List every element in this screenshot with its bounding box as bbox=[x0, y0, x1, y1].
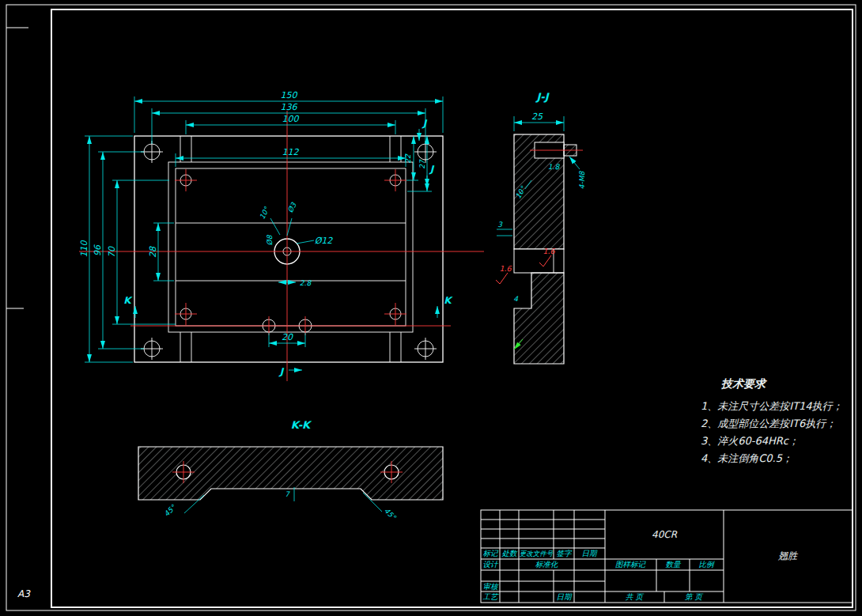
plate-outline bbox=[134, 136, 443, 362]
pocket-inner bbox=[176, 168, 406, 326]
col-date-label: 日期 bbox=[582, 549, 599, 557]
jj-groove bbox=[514, 249, 564, 273]
dim-kk-45-right: 45° bbox=[383, 507, 398, 522]
drawing-canvas[interactable]: A3 bbox=[0, 0, 862, 616]
dim-28: 28 bbox=[148, 246, 158, 258]
row-check-label: 审核 bbox=[483, 582, 500, 591]
dim-kk-7: 7 bbox=[285, 490, 290, 498]
cell-total-pages-label: 共 页 bbox=[626, 592, 645, 601]
dim-110: 110 bbox=[79, 240, 89, 258]
material-value: 40CR bbox=[652, 529, 678, 540]
col-count-label: 处数 bbox=[502, 549, 519, 557]
main-view: 150 136 100 112 110 96 bbox=[79, 90, 484, 381]
roughness-value-b: 1.6 bbox=[499, 264, 512, 273]
dim-d8: Ø8 bbox=[266, 234, 274, 245]
dim-d12: Ø12 bbox=[315, 236, 334, 246]
dim-96: 96 bbox=[93, 244, 103, 256]
section-kk-title: K-K bbox=[291, 419, 312, 431]
col-change-doc-label: 更改文件号 bbox=[520, 550, 554, 557]
row-process-label: 工艺 bbox=[483, 592, 500, 601]
section-label-k-right: K bbox=[444, 295, 453, 306]
section-jj-title: J-J bbox=[535, 91, 550, 103]
outer-border bbox=[6, 5, 856, 610]
dim-70: 70 bbox=[107, 246, 117, 258]
section-label-j-mid: J bbox=[429, 164, 435, 175]
part-name-value: 翘胜 bbox=[778, 550, 799, 561]
jj-lower-block bbox=[514, 273, 564, 364]
dim-2-8: 2.8 bbox=[300, 279, 312, 287]
dim-jj-4m8: 4-M8 bbox=[578, 170, 586, 189]
corner-hole-br bbox=[414, 338, 437, 360]
dim-112: 112 bbox=[282, 147, 300, 157]
section-label-j-bottom: J bbox=[278, 366, 285, 377]
cell-page-number-label: 第 页 bbox=[685, 592, 704, 601]
col-mark-label: 标记 bbox=[483, 549, 500, 557]
section-label-k-left: K bbox=[123, 295, 133, 306]
tech-requirements-title: 技术要求 bbox=[721, 377, 767, 390]
corner-hole-tl bbox=[141, 141, 163, 163]
cell-scale-label: 比例 bbox=[699, 560, 716, 569]
dim-kk-45-left: 45° bbox=[163, 503, 178, 518]
row-design-label: 设计 bbox=[483, 560, 500, 569]
cell-drawing-mark-label: 图样标记 bbox=[615, 560, 647, 569]
inner-border bbox=[51, 9, 853, 607]
main-dimensions: 150 136 100 112 110 96 bbox=[79, 90, 453, 377]
dim-jj-25: 25 bbox=[531, 111, 543, 122]
section-jj: J-J 25 4-M8 1.8 10° 3 1.6 1.6 4 bbox=[496, 91, 586, 364]
sheet-size-label: A3 bbox=[17, 588, 31, 599]
roughness-value-a: 1.6 bbox=[543, 247, 555, 255]
row-standardize-label: 标准化 bbox=[535, 560, 559, 569]
section-kk: K-K 45° 45° 7 bbox=[138, 419, 443, 522]
title-block: 标记 处数 更改文件号 签字 日期 设计 标准化 审核 工艺 日期 40CR 图… bbox=[481, 510, 853, 603]
cell-qty-label: 数量 bbox=[666, 560, 682, 569]
dim-27: 27 bbox=[418, 159, 426, 169]
dim-d3: Ø3 bbox=[286, 201, 298, 214]
corner-hole-tr bbox=[414, 141, 437, 163]
dim-taper: 10° bbox=[258, 205, 271, 221]
dim-22: 22 bbox=[404, 153, 412, 164]
dim-150: 150 bbox=[281, 90, 298, 100]
tech-requirement-item: 4、未注倒角C0.5； bbox=[701, 452, 792, 464]
corner-hole-bl bbox=[141, 338, 163, 360]
section-label-j-top: J bbox=[422, 118, 428, 129]
dim-20: 20 bbox=[282, 332, 293, 342]
tech-requirement-item: 3、淬火60-64HRc； bbox=[701, 435, 799, 447]
tech-requirement-item: 1、未注尺寸公差按IT14执行； bbox=[701, 400, 843, 412]
tech-requirement-item: 2、成型部位公差按IT6执行； bbox=[701, 418, 836, 429]
roughness-check bbox=[496, 273, 508, 284]
row-date-label: 日期 bbox=[557, 592, 573, 601]
sheet-frame: A3 bbox=[6, 5, 856, 610]
dim-100: 100 bbox=[282, 114, 300, 124]
pocket-outer bbox=[168, 162, 413, 332]
dim-136: 136 bbox=[281, 102, 298, 112]
dim-jj-4: 4 bbox=[513, 295, 518, 303]
col-sign-label: 签字 bbox=[557, 549, 573, 557]
main-geometry bbox=[134, 136, 443, 362]
dim-jj-1-8: 1.8 bbox=[548, 163, 561, 171]
tech-requirements: 技术要求 1、未注尺寸公差按IT14执行； 2、成型部位公差按IT6执行； 3、… bbox=[701, 377, 843, 464]
dim-jj-3: 3 bbox=[497, 221, 503, 229]
